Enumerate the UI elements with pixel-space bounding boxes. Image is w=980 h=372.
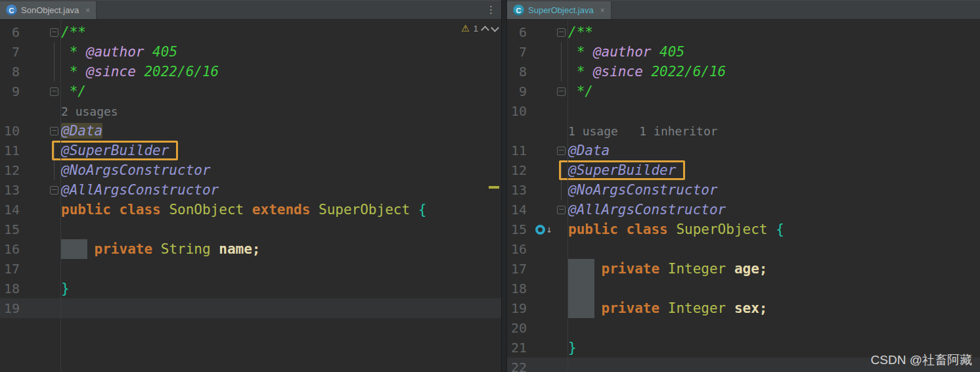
- code-line[interactable]: 9 */: [507, 81, 980, 101]
- line-number[interactable]: 19: [507, 298, 533, 318]
- code-line[interactable]: 12@SuperBuilder: [507, 160, 980, 180]
- token-annotation: @NoArgsConstructor: [61, 162, 211, 178]
- is-extended-gutter-icon[interactable]: [535, 225, 545, 235]
- fold-marker[interactable]: [557, 28, 566, 37]
- line-number[interactable]: 7: [507, 42, 533, 62]
- line-number[interactable]: 16: [507, 239, 533, 259]
- line-number[interactable]: 16: [0, 239, 26, 259]
- warning-stripe-mark[interactable]: [489, 186, 499, 189]
- line-number[interactable]: 12: [507, 160, 533, 180]
- code-line[interactable]: 15: [0, 220, 501, 239]
- line-number[interactable]: 14: [507, 200, 533, 220]
- code-line[interactable]: 8 * @since 2022/6/16: [0, 62, 501, 81]
- line-number[interactable]: 6: [507, 22, 533, 42]
- tab-superobject[interactable]: C SuperObject.java ×: [507, 1, 612, 19]
- inlay-hint-row[interactable]: 1 usage 1 inheritor: [507, 121, 980, 141]
- fold-marker[interactable]: [557, 206, 566, 214]
- token-annotation: @Data: [568, 143, 610, 158]
- fold-gutter: [554, 62, 568, 81]
- code-line[interactable]: 18: [507, 279, 980, 298]
- code-line[interactable]: 9 */: [0, 81, 501, 101]
- fold-marker[interactable]: [557, 147, 566, 155]
- line-number[interactable]: 10: [507, 101, 533, 121]
- line-number[interactable]: 18: [0, 279, 26, 298]
- code-line[interactable]: 14@AllArgsConstructor: [507, 200, 980, 220]
- line-number[interactable]: 14: [0, 200, 26, 220]
- code-line[interactable]: 6/**: [0, 22, 501, 42]
- line-number[interactable]: 12: [0, 160, 26, 180]
- fold-marker[interactable]: [50, 87, 58, 96]
- gutter-icon-zone: [533, 259, 554, 279]
- token-annotation: @AllArgsConstructor: [568, 202, 726, 218]
- code-line[interactable]: 16: [507, 239, 980, 259]
- fold-marker[interactable]: [50, 28, 58, 37]
- editor-content-right[interactable]: 6/**7 * @author 4058 * @since 2022/6/169…: [507, 20, 980, 372]
- code-line[interactable]: 13@AllArgsConstructor: [0, 180, 501, 200]
- line-number[interactable]: 10: [0, 121, 26, 141]
- line-number[interactable]: 11: [507, 141, 533, 160]
- line-number[interactable]: 17: [0, 259, 26, 279]
- more-options-icon[interactable]: ⋮: [486, 4, 496, 16]
- line-number[interactable]: 18: [507, 279, 533, 298]
- code-line[interactable]: 7 * @author 405: [0, 42, 501, 62]
- fold-marker[interactable]: [50, 127, 58, 135]
- fold-marker[interactable]: [557, 87, 566, 96]
- code-text: }: [60, 279, 501, 298]
- line-number[interactable]: 22: [507, 358, 533, 372]
- watermark: CSDN @社畜阿藏: [871, 352, 972, 369]
- code-line[interactable]: 15↓public class SuperObject {: [507, 220, 980, 239]
- code-line[interactable]: 11@SuperBuilder: [0, 141, 501, 160]
- line-number[interactable]: 7: [0, 42, 26, 62]
- line-number[interactable]: 19: [0, 298, 26, 318]
- line-number[interactable]: 9: [0, 81, 26, 101]
- inlay-hint-row[interactable]: 2 usages: [0, 101, 501, 121]
- fold-gutter: [47, 239, 60, 259]
- line-number[interactable]: 20: [507, 318, 533, 338]
- line-number[interactable]: 15: [0, 220, 26, 239]
- line-number[interactable]: 6: [0, 22, 26, 42]
- line-number[interactable]: 13: [507, 180, 533, 200]
- code-line[interactable]: 20: [507, 318, 980, 338]
- code-line[interactable]: 8 * @since 2022/6/16: [507, 62, 980, 81]
- line-number[interactable]: 8: [507, 62, 533, 81]
- inlay-hint[interactable]: 1 usage 1 inheritor: [568, 124, 718, 138]
- code-line[interactable]: 17: [0, 259, 501, 279]
- code-line[interactable]: 12@NoArgsConstructor: [0, 160, 501, 180]
- token-comment: *: [61, 44, 86, 60]
- code-line[interactable]: 14public class SonObject extends SuperOb…: [0, 200, 501, 220]
- code-line[interactable]: 6/**: [507, 22, 980, 42]
- code-line[interactable]: 10: [507, 101, 980, 121]
- token-comment: */: [61, 83, 86, 99]
- code-line[interactable]: 7 * @author 405: [507, 42, 980, 62]
- line-number[interactable]: 13: [0, 180, 26, 200]
- code-line[interactable]: 19: [0, 298, 501, 318]
- close-tab-icon[interactable]: ×: [600, 6, 605, 15]
- code-text: [568, 318, 980, 338]
- code-line[interactable]: 19 private Integer sex;: [507, 298, 980, 318]
- prev-problem-icon[interactable]: [481, 26, 489, 34]
- editor-split-divider[interactable]: [501, 0, 507, 372]
- line-number[interactable]: 21: [507, 338, 533, 358]
- next-problem-icon[interactable]: [491, 24, 499, 32]
- inspections-widget[interactable]: ⚠ 1: [461, 23, 498, 34]
- code-line[interactable]: 16 private String name;: [0, 239, 501, 259]
- tab-sonobject[interactable]: C SonObject.java ×: [0, 1, 97, 19]
- code-line[interactable]: 11@Data: [507, 141, 980, 160]
- line-number[interactable]: 15: [507, 220, 533, 239]
- fold-marker[interactable]: [50, 186, 58, 195]
- code-text: public class SonObject extends SuperObje…: [60, 200, 501, 220]
- line-number[interactable]: 9: [507, 81, 533, 101]
- line-number[interactable]: 17: [507, 259, 533, 279]
- line-number[interactable]: 8: [0, 62, 26, 81]
- line-number[interactable]: 11: [0, 141, 26, 160]
- code-text: @NoArgsConstructor: [568, 180, 980, 200]
- close-tab-icon[interactable]: ×: [85, 6, 90, 15]
- code-line[interactable]: 13@NoArgsConstructor: [507, 180, 980, 200]
- code-line[interactable]: 17 private Integer age;: [507, 259, 980, 279]
- code-line[interactable]: 10@Data: [0, 121, 501, 141]
- editor-content-left[interactable]: ⚠ 1 6/**7 * @author 4058 * @since 2022/6…: [0, 20, 501, 372]
- gutter-icon-zone: [26, 259, 47, 279]
- code-line[interactable]: 18}: [0, 279, 501, 298]
- token-brace: }: [568, 340, 577, 356]
- inlay-hint[interactable]: 2 usages: [61, 105, 118, 118]
